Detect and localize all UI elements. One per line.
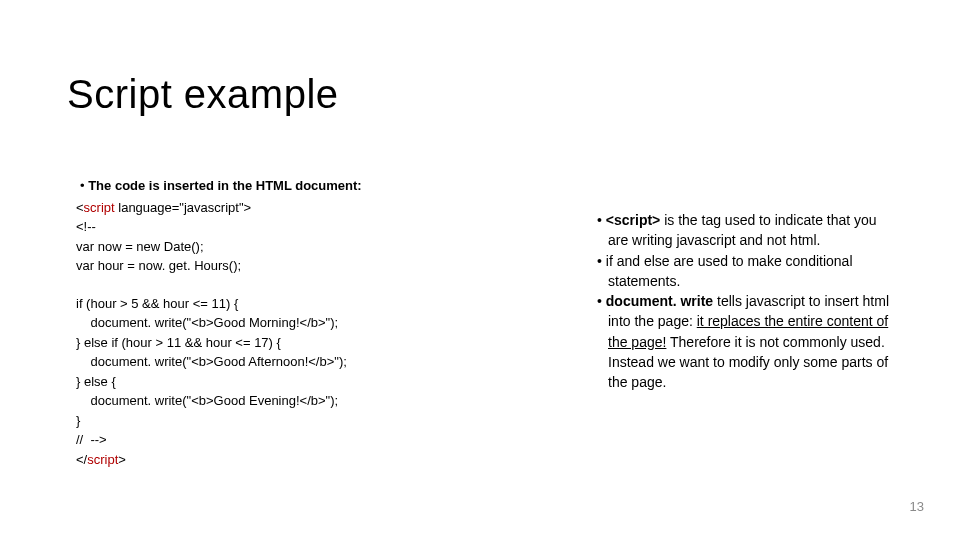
bullet-list: <script> is the tag used to indicate tha… (594, 210, 894, 393)
tag-keyword: script (84, 200, 115, 215)
intro-text: The code is inserted in the HTML documen… (76, 176, 506, 196)
left-column: The code is inserted in the HTML documen… (76, 176, 506, 469)
code-line: <script language="javascript"> (76, 198, 506, 218)
right-column: <script> is the tag used to indicate tha… (594, 210, 894, 393)
code-block-2: if (hour > 5 && hour <= 11) { document. … (76, 294, 506, 470)
code-line: } (76, 411, 506, 431)
code-line: var hour = now. get. Hours(); (76, 256, 506, 276)
tag-keyword: script (87, 452, 118, 467)
text-segment: if and else are used to make conditional… (606, 253, 853, 289)
code-line: var now = new Date(); (76, 237, 506, 257)
slide-title: Script example (67, 72, 339, 117)
bullet-item: <script> is the tag used to indicate tha… (594, 210, 894, 251)
code-line: // --> (76, 430, 506, 450)
code-line: } else { (76, 372, 506, 392)
code-line: <!-- (76, 217, 506, 237)
text-segment: <script> (606, 212, 660, 228)
code-line: document. write("<b>Good Afternoon!</b>"… (76, 352, 506, 372)
code-line: if (hour > 5 && hour <= 11) { (76, 294, 506, 314)
code-block-1: <script language="javascript"><!--var no… (76, 198, 506, 276)
slide: Script example The code is inserted in t… (0, 0, 960, 540)
code-line: document. write("<b>Good Morning!</b>"); (76, 313, 506, 333)
bullet-item: document. write tells javascript to inse… (594, 291, 894, 392)
code-line: } else if (hour > 11 && hour <= 17) { (76, 333, 506, 353)
page-number: 13 (910, 499, 924, 514)
code-line: </script> (76, 450, 506, 470)
text-segment: document. write (606, 293, 713, 309)
code-line: document. write("<b>Good Evening!</b>"); (76, 391, 506, 411)
bullet-item: if and else are used to make conditional… (594, 251, 894, 292)
